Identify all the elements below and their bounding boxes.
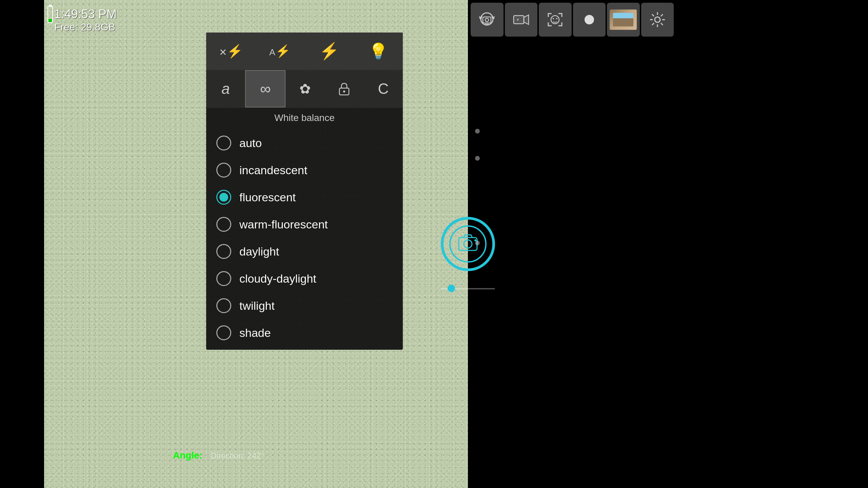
wb-label-fluorescent: fluorescent (239, 191, 296, 204)
angle-overlay: Angle: Direction: 242° (173, 450, 264, 461)
wb-option-shade[interactable]: shade (216, 319, 393, 346)
camera-flip-button[interactable] (471, 3, 504, 37)
focus-custom-button[interactable]: C (364, 70, 403, 107)
white-balance-label: White balance (206, 108, 403, 126)
wb-label-auto: auto (239, 137, 262, 150)
side-dot-1 (475, 129, 480, 134)
shutter-button[interactable] (441, 217, 495, 271)
svg-point-6 (556, 18, 557, 19)
wb-option-warm-fluorescent[interactable]: warm-fluorescent (216, 211, 393, 238)
flash-off-button[interactable]: ✕⚡ (206, 33, 255, 70)
face-detection-button[interactable] (539, 3, 572, 37)
white-balance-list: auto incandescent fluorescent warm-fluor… (206, 126, 403, 350)
wb-radio-fluorescent (216, 190, 231, 205)
side-dot-3 (475, 241, 480, 245)
zoom-slider[interactable] (441, 288, 495, 289)
torch-button[interactable]: 💡 (354, 33, 403, 70)
flash-on-button[interactable]: ⚡ (304, 33, 354, 70)
battery-indicator (47, 6, 53, 23)
white-balance-panel: ✕⚡ A⚡ ⚡ 💡 a ∞ ✿ (206, 33, 403, 350)
wb-option-fluorescent[interactable]: fluorescent (216, 184, 393, 211)
wb-label-daylight: daylight (239, 245, 279, 258)
wb-label-shade: shade (239, 326, 271, 340)
exposure-button[interactable] (573, 3, 606, 37)
wb-radio-incandescent (216, 163, 231, 178)
svg-point-12 (464, 240, 472, 248)
focus-lock-button[interactable] (325, 70, 364, 107)
status-bar: 1:49:53 PM Free: 29.8GB (54, 7, 117, 33)
focus-auto-button[interactable]: a (206, 70, 245, 107)
angle-text: Angle: (173, 450, 202, 461)
video-mode-button[interactable] (505, 3, 538, 37)
wb-label-twilight: twilight (239, 299, 275, 312)
focus-infinity-button[interactable]: ∞ (245, 70, 285, 107)
svg-rect-0 (483, 17, 491, 23)
flash-toolbar: ✕⚡ A⚡ ⚡ 💡 (206, 33, 403, 70)
location-text: Direction: 242° (211, 451, 264, 460)
wb-radio-shade (216, 325, 231, 340)
top-toolbar (468, 0, 676, 39)
wb-label-cloudy-daylight: cloudy-daylight (239, 272, 316, 285)
focus-macro-button[interactable]: ✿ (285, 70, 324, 107)
svg-point-7 (585, 15, 594, 24)
wb-radio-daylight (216, 244, 231, 259)
battery-level (48, 19, 52, 22)
settings-button[interactable] (641, 3, 674, 37)
shutter-inner-ring (449, 225, 487, 263)
wb-radio-auto (216, 136, 231, 150)
svg-point-5 (553, 18, 554, 19)
wb-radio-cloudy-daylight (216, 271, 231, 286)
flash-auto-button[interactable]: A⚡ (255, 33, 304, 70)
wb-option-twilight[interactable]: twilight (216, 292, 393, 319)
storage-display: Free: 29.8GB (54, 21, 117, 33)
wb-option-incandescent[interactable]: incandescent (216, 157, 393, 184)
svg-point-3 (517, 19, 519, 21)
gallery-button[interactable] (607, 3, 640, 37)
right-black-bar (468, 0, 868, 488)
time-display: 1:49:53 PM (54, 7, 117, 21)
wb-option-auto[interactable]: auto (216, 129, 393, 157)
svg-point-8 (655, 17, 660, 22)
wb-option-cloudy-daylight[interactable]: cloudy-daylight (216, 265, 393, 292)
wb-label-incandescent: incandescent (239, 164, 307, 177)
wb-radio-twilight (216, 298, 231, 313)
left-black-bar (0, 0, 44, 488)
zoom-thumb[interactable] (448, 285, 455, 292)
wb-radio-fluorescent-fill (219, 193, 228, 202)
focus-toolbar: a ∞ ✿ C (206, 70, 403, 108)
side-dot-2 (475, 156, 480, 161)
svg-point-10 (343, 90, 345, 93)
svg-point-1 (485, 18, 489, 22)
wb-radio-warm-fluorescent (216, 217, 231, 232)
wb-label-warm-fluorescent: warm-fluorescent (239, 218, 328, 231)
wb-option-daylight[interactable]: daylight (216, 238, 393, 265)
